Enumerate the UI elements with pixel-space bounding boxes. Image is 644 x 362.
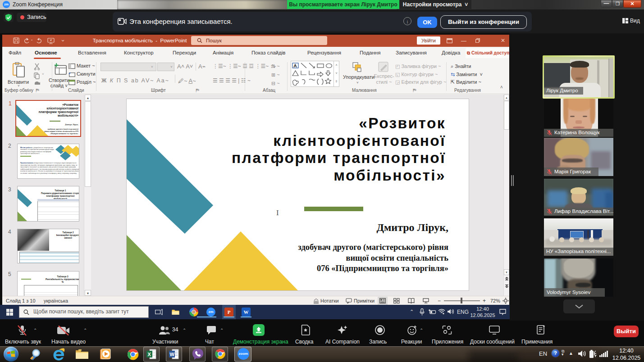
svg-text:W: W — [170, 352, 175, 357]
svg-text:X: X — [148, 352, 151, 357]
svg-text:A: A — [294, 63, 297, 68]
